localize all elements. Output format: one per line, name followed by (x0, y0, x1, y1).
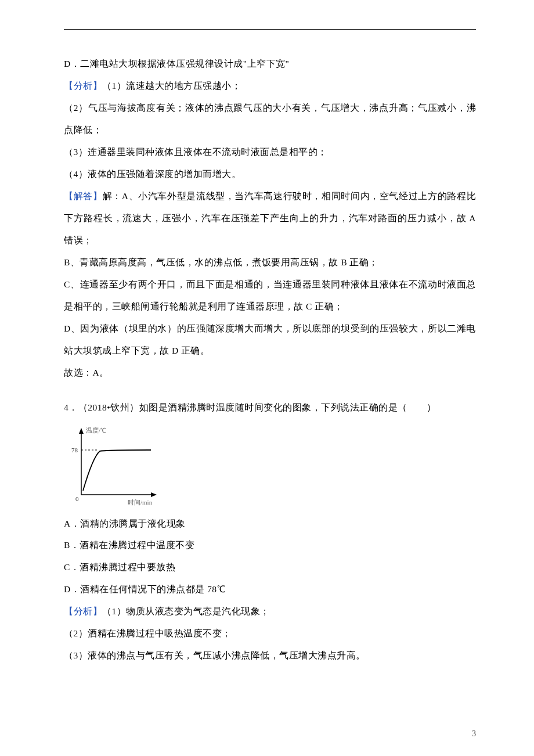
analysis-point-3: （3）连通器里装同种液体且液体在不流动时液面总是相平的； (64, 141, 476, 163)
analysis-label: 【分析】 (64, 81, 102, 91)
solution-a: 解：A、小汽车外型是流线型，当汽车高速行驶时，相同时间内，空气经过上方的路程比下… (64, 191, 476, 245)
q4-option-b: B．酒精在沸腾过程中温度不变 (64, 534, 476, 556)
x-axis-label: 时间/min (128, 499, 153, 506)
svg-marker-2 (79, 428, 84, 434)
option-d-text: D．二滩电站大坝根据液体压强规律设计成"上窄下宽" (64, 53, 476, 75)
solution-d: D、因为液体（坝里的水）的压强随深度增大而增大，所以底部的坝受到的压强较大，所以… (64, 318, 476, 362)
top-horizontal-rule (64, 29, 476, 30)
solution-answer: 故选：A。 (64, 362, 476, 384)
chart-svg: 温度/℃ 78 0 时间/min (64, 422, 163, 509)
q4-analysis-3: （3）液体的沸点与气压有关，气压减小沸点降低，气压增大沸点升高。 (64, 645, 476, 667)
question-4-stem: 4．（2018•钦州）如图是酒精沸腾时温度随时间变化的图象，下列说法正确的是（ … (64, 397, 476, 419)
solution-b: B、青藏高原高度高，气压低，水的沸点低，煮饭要用高压锅，故 B 正确； (64, 251, 476, 273)
boiling-curve-figure: 温度/℃ 78 0 时间/min (64, 422, 163, 509)
page-number: 3 (472, 729, 476, 739)
analysis-point-1: （1）流速越大的地方压强越小； (102, 81, 241, 91)
q4-analysis-block: 【分析】（1）物质从液态变为气态是汽化现象； (64, 600, 476, 622)
q4-option-c: C．酒精沸腾过程中要放热 (64, 556, 476, 578)
q4-analysis-1: （1）物质从液态变为气态是汽化现象； (102, 606, 270, 616)
q4-option-d: D．酒精在任何情况下的沸点都是 78℃ (64, 578, 476, 600)
solution-block: 【解答】解：A、小汽车外型是流线型，当汽车高速行驶时，相同时间内，空气经过上方的… (64, 185, 476, 251)
origin-label: 0 (75, 495, 79, 502)
solution-c: C、连通器至少有两个开口，而且下面是相通的，当连通器里装同种液体且液体在不流动时… (64, 273, 476, 318)
y-tick-78: 78 (71, 447, 78, 453)
document-page: D．二滩电站大坝根据液体压强规律设计成"上窄下宽" 【分析】（1）流速越大的地方… (0, 0, 534, 756)
y-axis-label: 温度/℃ (86, 427, 106, 434)
analysis-point-4: （4）液体的压强随着深度的增加而增大。 (64, 163, 476, 185)
solution-label: 【解答】 (64, 191, 103, 201)
q4-analysis-label: 【分析】 (64, 606, 102, 616)
analysis-point-2: （2）气压与海拔高度有关；液体的沸点跟气压的大小有关，气压增大，沸点升高；气压减… (64, 97, 476, 141)
q4-option-a: A．酒精的沸腾属于液化现象 (64, 513, 476, 535)
q4-analysis-2: （2）酒精在沸腾过程中吸热温度不变； (64, 622, 476, 645)
analysis-block: 【分析】（1）流速越大的地方压强越小； (64, 75, 476, 97)
spacer (64, 384, 476, 397)
svg-marker-3 (151, 492, 157, 497)
